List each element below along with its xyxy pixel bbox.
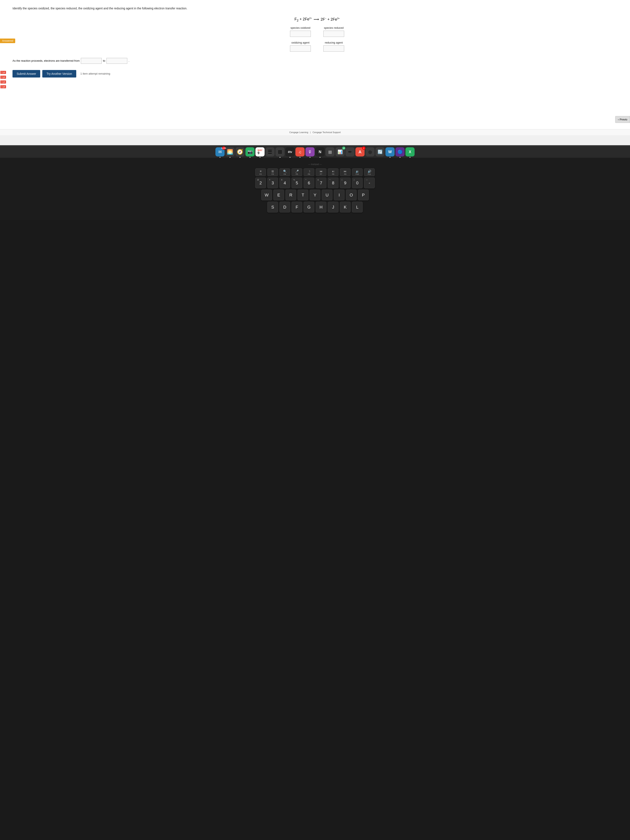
key-o[interactable]: O: [346, 189, 357, 201]
key-9[interactable]: ( 9: [340, 177, 351, 188]
key-h[interactable]: H: [316, 202, 327, 213]
fn-key-row: ☀ F2 ⊞ F3 🔍 F4 🎤 F5 ☽ F6 ⏮ F7: [6, 168, 624, 176]
font-icon: A: [358, 150, 362, 155]
submit-answer-button[interactable]: Submit Answer: [13, 70, 40, 77]
dock-item-pencil[interactable]: ✏: [346, 147, 355, 156]
pencil-icon: ✏: [348, 149, 352, 155]
key-4[interactable]: $ 4: [279, 177, 290, 188]
key-minus[interactable]: — -: [364, 177, 375, 188]
key-f9[interactable]: ⏭ F9: [340, 168, 351, 176]
excel-icon: X: [409, 150, 411, 154]
dock-dot-calendar: [260, 157, 261, 158]
key-f10[interactable]: 🔉 F10: [352, 168, 363, 176]
equation-area: F2 + 2Fe2+ ⟶ 2F− + 2Fe3+ species oxidize…: [13, 17, 622, 52]
pt-label-4: 1 pt: [0, 85, 6, 88]
dock-item-photos[interactable]: 🌅: [226, 147, 235, 156]
podcasts-icon: 🎙: [308, 150, 312, 155]
previous-button[interactable]: ‹ Previo: [615, 116, 630, 123]
try-another-version-button[interactable]: Try Another Version: [42, 70, 76, 77]
dock-item-stats[interactable]: 📊 10: [335, 147, 344, 156]
teams-icon: 🔵: [398, 149, 403, 155]
key-g[interactable]: G: [303, 202, 314, 213]
key-y[interactable]: Y: [309, 189, 321, 201]
key-5[interactable]: % 5: [292, 177, 302, 188]
species-grid: species oxidized species reduced: [13, 26, 622, 37]
dock-dot-excel: [410, 157, 411, 158]
cengage-support-link[interactable]: Cengage Technical Support: [313, 131, 341, 134]
dock-dot-music: [300, 157, 300, 158]
dock-item-font[interactable]: A 1: [355, 147, 365, 156]
key-f8[interactable]: ⏯ F8: [328, 168, 338, 176]
key-k[interactable]: K: [340, 202, 351, 213]
dock-item-mail[interactable]: ✉ 6,290: [215, 147, 224, 156]
key-f[interactable]: F: [292, 202, 302, 213]
key-f4[interactable]: 🔍 F4: [279, 168, 290, 176]
key-l[interactable]: L: [352, 202, 363, 213]
transfer-to-input[interactable]: [106, 58, 127, 64]
dock-item-excel[interactable]: X: [406, 147, 415, 156]
key-f6[interactable]: ☽ F6: [303, 168, 314, 176]
key-d[interactable]: D: [279, 202, 290, 213]
dock-item-teams[interactable]: 🔵: [395, 147, 404, 156]
dock-dot-launchpad: [279, 157, 280, 158]
key-7[interactable]: & 7: [316, 177, 327, 188]
species-oxidized-input[interactable]: [290, 31, 311, 37]
key-2[interactable]: @ 2: [255, 177, 266, 188]
species-oxidized-col: species oxidized: [290, 26, 311, 37]
qwerty-key-row: W E R T Y U I O P: [6, 189, 624, 201]
key-i[interactable]: I: [334, 189, 344, 201]
key-j[interactable]: J: [328, 202, 338, 213]
key-e[interactable]: E: [273, 189, 284, 201]
key-s[interactable]: S: [267, 202, 278, 213]
species-reduced-input[interactable]: [323, 31, 344, 37]
notchbar-icon: N: [319, 150, 322, 154]
dock-item-safari[interactable]: 🧭: [235, 147, 245, 156]
oxidizing-agent-input[interactable]: [290, 46, 311, 52]
attempt-remaining-text: 1 item attempt remaining: [81, 72, 110, 75]
font-badge: 1: [362, 147, 365, 150]
dock-item-word[interactable]: W: [385, 147, 395, 156]
reminders-icon: ☰: [268, 149, 272, 155]
dock-item-music[interactable]: ♫: [295, 147, 305, 156]
key-u[interactable]: U: [322, 189, 333, 201]
key-f5[interactable]: 🎤 F5: [292, 168, 302, 176]
pt-label-3: 1 pt: [0, 81, 6, 84]
key-w[interactable]: W: [261, 189, 272, 201]
dock-item-screenium[interactable]: ◎: [365, 147, 374, 156]
calendar-icon: MAY9: [257, 149, 262, 155]
dock-dot-facetime: [249, 157, 250, 158]
dock-item-launchpad[interactable]: ⊞: [275, 147, 284, 156]
dock-item-notchbar[interactable]: N: [316, 147, 325, 156]
key-t[interactable]: T: [297, 189, 308, 201]
key-f11[interactable]: 🔊 F11: [364, 168, 375, 176]
key-r[interactable]: R: [286, 189, 296, 201]
key-f7[interactable]: ⏮ F7: [316, 168, 327, 176]
key-p[interactable]: P: [358, 189, 369, 201]
key-f2[interactable]: ☀ F2: [255, 168, 266, 176]
footer-separator: |: [310, 131, 311, 134]
key-6[interactable]: ^ 6: [303, 177, 314, 188]
dock-dot-appletv: [290, 157, 291, 158]
facetime-icon: 📷: [248, 149, 253, 155]
dock-item-calendar[interactable]: MAY9: [256, 147, 265, 156]
key-0[interactable]: ) 0: [352, 177, 363, 188]
key-3[interactable]: # 3: [267, 177, 278, 188]
cengage-learning-link[interactable]: Cengage Learning: [289, 131, 308, 134]
dock-item-appletv[interactable]: étv: [286, 147, 295, 156]
key-f3[interactable]: ⊞ F3: [267, 168, 278, 176]
transfer-from-input[interactable]: [81, 58, 102, 64]
dock-item-sync[interactable]: 🔄: [376, 147, 385, 156]
equation-right: 2F− + 2Fe3+: [321, 17, 340, 22]
grid-icon: ▦: [328, 149, 332, 155]
dock-item-grid[interactable]: ▦: [325, 147, 335, 156]
reducing-agent-input[interactable]: [323, 46, 344, 52]
dock-item-facetime[interactable]: 📷: [245, 147, 254, 156]
photos-icon: 🌅: [227, 149, 233, 155]
transfer-to: to: [103, 59, 105, 62]
key-8[interactable]: * 8: [328, 177, 338, 188]
f11-icon: 🔊: [368, 170, 371, 173]
dock-item-podcasts[interactable]: 🎙: [305, 147, 314, 156]
mail-badge: 6,290: [222, 147, 226, 150]
dock-item-reminders[interactable]: ☰: [265, 147, 275, 156]
transfer-prefix: As the reaction proceeds, electrons are …: [13, 59, 80, 62]
